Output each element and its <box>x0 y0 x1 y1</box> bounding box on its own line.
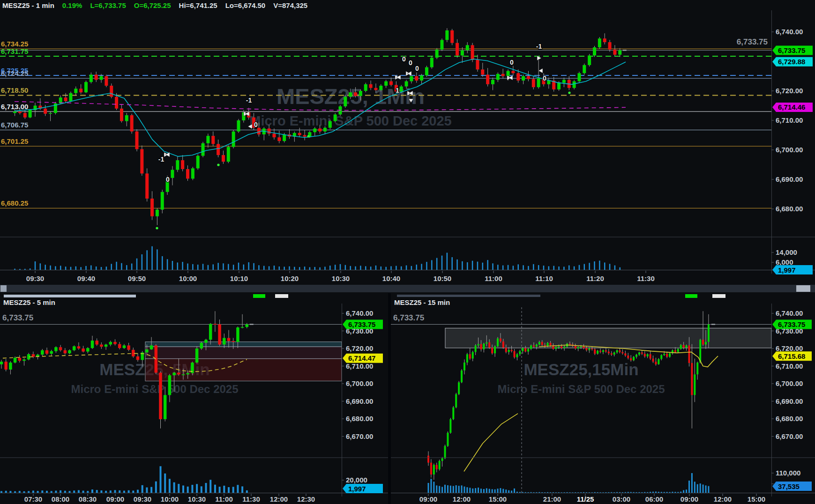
chart-title-bar: MESZ25 - 1 min0.19%L=6,733.75O=6,725.25H… <box>2 1 315 9</box>
svg-text:6,710.00: 6,710.00 <box>776 116 803 124</box>
svg-text:6,706.75: 6,706.75 <box>1 121 28 129</box>
svg-text:15:00: 15:00 <box>489 495 507 503</box>
svg-text:0: 0 <box>402 55 406 63</box>
svg-text:1,997: 1,997 <box>348 485 366 493</box>
svg-text:11:30: 11:30 <box>637 274 655 282</box>
svg-text:12:30: 12:30 <box>297 495 315 503</box>
trading-workspace: { "title_bar": { "segments": [ {"t":"MES… <box>0 0 815 504</box>
svg-text:6,700.00: 6,700.00 <box>346 379 373 387</box>
svg-text:10:30: 10:30 <box>332 274 350 282</box>
svg-text:03:00: 03:00 <box>613 495 630 503</box>
svg-text:37,535: 37,535 <box>778 482 800 490</box>
svg-text:6,710.00: 6,710.00 <box>776 362 803 370</box>
svg-text:6,714.46: 6,714.46 <box>778 103 805 111</box>
price-zone <box>145 347 342 359</box>
fifteen-minute-chart-panel[interactable]: MESZ25 - 15 min MESZ25,15Min Micro E-min… <box>391 293 815 504</box>
svg-text:10:00: 10:00 <box>179 274 197 282</box>
svg-text:6,714.47: 6,714.47 <box>348 354 375 362</box>
volume-histogram <box>428 473 709 493</box>
svg-text:10:00: 10:00 <box>161 495 179 503</box>
svg-text:6,720.00: 6,720.00 <box>776 87 803 95</box>
candlesticks <box>13 28 621 225</box>
svg-text:09:00: 09:00 <box>419 495 437 503</box>
title-segment-2: L=6,733.75 <box>90 1 126 9</box>
svg-text:11:00: 11:00 <box>485 274 502 282</box>
price-zone <box>445 328 771 348</box>
volume-tag: 37,535 <box>772 482 812 491</box>
svg-text:0: 0 <box>510 59 514 66</box>
svg-text:07:30: 07:30 <box>24 495 42 503</box>
svg-text:09:40: 09:40 <box>77 274 95 282</box>
last-price-tag: 6,714.47 <box>343 354 383 363</box>
svg-text:6,720.00: 6,720.00 <box>776 344 803 352</box>
one-minute-chart[interactable]: 6,734.256,731.756,725.256,724.256,718.50… <box>0 0 815 293</box>
svg-text:-1: -1 <box>246 96 252 104</box>
svg-text:-1: -1 <box>158 156 164 163</box>
last-price-tag: 6,714.46 <box>772 103 813 112</box>
svg-text:15:00: 15:00 <box>748 495 765 503</box>
svg-text:11:30: 11:30 <box>242 495 260 503</box>
panel-divider <box>388 293 391 504</box>
svg-text:6,000: 6,000 <box>776 258 793 266</box>
white-marker-box[interactable] <box>712 294 725 298</box>
time-axis[interactable]: 09:3009:4009:5010:0010:1010:2010:3010:40… <box>26 271 655 282</box>
price-axis[interactable]: 6,740.006,720.006,710.006,700.006,690.00… <box>771 28 813 274</box>
title-segment-6: V=874,325 <box>273 1 307 9</box>
fifteen-minute-scroll-thumb[interactable] <box>397 295 540 297</box>
last-price-tag: 6,729.88 <box>772 57 813 67</box>
svg-text:09:00: 09:00 <box>106 495 124 503</box>
horizontal-scrollbar-track[interactable] <box>0 285 815 292</box>
svg-text:12:00: 12:00 <box>453 495 471 503</box>
price-axis[interactable]: 6,740.006,730.006,720.006,710.006,700.00… <box>342 309 383 493</box>
five-minute-scroll-thumb[interactable] <box>4 295 136 297</box>
fifteen-minute-chart[interactable]: 6,740.006,730.006,720.006,710.006,700.00… <box>391 293 815 504</box>
svg-text:6,734.25: 6,734.25 <box>1 40 28 48</box>
white-marker-box[interactable] <box>275 294 288 298</box>
time-axis[interactable]: 07:3008:0008:3009:0009:3010:0010:3011:00… <box>24 494 315 503</box>
svg-text:0: 0 <box>254 121 258 128</box>
buy-marker-box[interactable] <box>685 294 697 298</box>
ma-line-yellow <box>464 414 518 472</box>
svg-text:6,701.25: 6,701.25 <box>1 137 28 145</box>
svg-text:14,000: 14,000 <box>776 248 797 256</box>
svg-text:6,680.25: 6,680.25 <box>1 199 28 207</box>
svg-text:6,715.68: 6,715.68 <box>778 352 805 360</box>
svg-text:10:40: 10:40 <box>382 274 400 282</box>
five-minute-chart-panel[interactable]: MESZ25 - 5 min MESZ25, 5Min Micro E-mini… <box>0 293 391 504</box>
svg-text:-1: -1 <box>536 43 542 50</box>
volume-tag: 1,997 <box>343 484 383 493</box>
time-axis[interactable]: 09:0012:0015:0021:0011/2503:0006:0009:00… <box>419 494 765 503</box>
float-last-price: 6,733.75 <box>393 313 424 322</box>
svg-text:1,997: 1,997 <box>778 266 796 274</box>
svg-text:10:10: 10:10 <box>230 274 248 282</box>
scrollbar-left-button[interactable] <box>0 285 7 292</box>
five-minute-chart[interactable]: 6,740.006,730.006,720.006,710.006,700.00… <box>0 293 391 504</box>
buy-marker-box[interactable] <box>253 294 265 298</box>
sma-line-magenta <box>15 102 626 111</box>
svg-text:6,670.00: 6,670.00 <box>776 432 803 440</box>
last-price-tag: 6,715.68 <box>772 351 812 361</box>
svg-text:6,740.00: 6,740.00 <box>776 309 803 317</box>
price-zone <box>145 359 342 381</box>
svg-text:6,731.75: 6,731.75 <box>1 47 28 55</box>
svg-text:110,000: 110,000 <box>776 469 800 477</box>
svg-text:0: 0 <box>166 176 170 183</box>
last-price-tag: 6,733.75 <box>343 319 383 329</box>
svg-text:10:30: 10:30 <box>188 495 206 503</box>
float-last-price: 6,733.75 <box>737 37 768 46</box>
svg-text:09:00: 09:00 <box>680 495 698 503</box>
svg-text:12:00: 12:00 <box>270 495 288 503</box>
svg-text:11:20: 11:20 <box>586 274 604 282</box>
scrollbar-right-box[interactable] <box>796 285 810 292</box>
svg-text:08:00: 08:00 <box>52 495 69 503</box>
svg-text:6,718.50: 6,718.50 <box>1 86 28 94</box>
svg-text:21:00: 21:00 <box>543 495 561 503</box>
svg-text:6,733.75: 6,733.75 <box>778 320 805 328</box>
price-axis[interactable]: 6,740.006,730.006,720.006,710.006,700.00… <box>771 309 812 491</box>
svg-text:6,680.00: 6,680.00 <box>776 205 803 213</box>
svg-text:09:50: 09:50 <box>128 274 146 282</box>
one-minute-chart-panel[interactable]: MESZ25, 1Min Micro E-mini S&P 500 Dec 20… <box>0 0 815 293</box>
svg-text:6,733.75: 6,733.75 <box>348 320 375 328</box>
svg-text:09:30: 09:30 <box>26 274 44 282</box>
svg-text:08:30: 08:30 <box>79 495 97 503</box>
